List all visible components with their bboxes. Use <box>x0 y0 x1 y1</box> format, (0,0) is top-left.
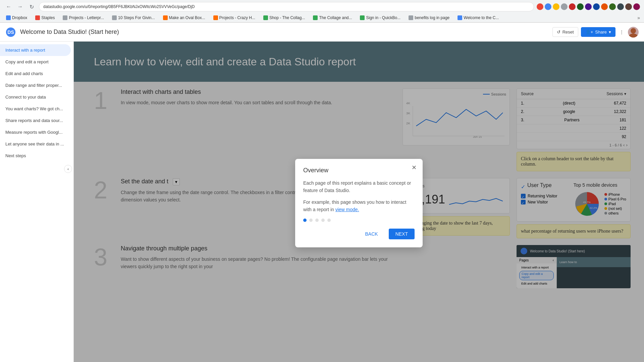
modal-dot-3 <box>315 219 319 222</box>
chrome-icon <box>537 3 543 10</box>
content-area: Learn how to view, edit and create a Dat… <box>74 42 644 362</box>
ext-icon-1 <box>569 3 576 10</box>
bookmark-staples[interactable]: Staples <box>33 15 57 21</box>
modal-body-2: For example, this page shows you how to … <box>303 198 415 214</box>
modal-dot-2 <box>309 219 313 222</box>
crazy-icon <box>213 15 218 20</box>
sidebar-item-label: You want charts? We got ch... <box>5 106 63 111</box>
ext-icon-8 <box>625 3 632 10</box>
svg-point-3 <box>629 34 638 38</box>
ext-icon-6 <box>609 3 616 10</box>
bookmarks-bar: Dropbox Staples Projects - Letterpr... 1… <box>0 13 644 22</box>
bookmark-collage[interactable]: The Collage and... <box>311 15 354 21</box>
bookmark-10steps[interactable]: 10 Steps For Givin... <box>110 15 157 21</box>
bookmark-dropbox[interactable]: Dropbox <box>4 15 29 21</box>
svg-point-2 <box>631 28 636 34</box>
sidebar-collapse-button[interactable]: ‹ <box>64 165 72 173</box>
ext-icon-3 <box>585 3 592 10</box>
star-icon <box>553 3 559 10</box>
modal-dots <box>303 219 415 222</box>
10steps-icon <box>112 15 117 20</box>
reset-button[interactable]: ↺ Reset <box>552 27 578 37</box>
bookmarks-more[interactable]: » <box>637 15 640 20</box>
modal-view-mode-link[interactable]: view mode. <box>335 207 359 212</box>
data-studio-logo: DS <box>5 27 16 38</box>
sidebar: Interact with a report Copy and edit a r… <box>0 42 74 362</box>
sidebar-item-next[interactable]: Next steps <box>0 150 71 162</box>
sidebar-item-label: Share reports and data sour... <box>5 118 63 123</box>
bookmark-oval[interactable]: Make an Oval Box... <box>161 15 207 21</box>
modal-body-1: Each page of this report explains a basi… <box>303 179 415 194</box>
app-header: DS Welcome to Data Studio! (Start here) … <box>0 23 644 42</box>
sidebar-item-anyone[interactable]: Let anyone see their data in ... <box>0 138 71 150</box>
quickbo-icon <box>360 15 365 20</box>
sidebar-item-share[interactable]: Share reports and data sour... <box>0 115 71 126</box>
bookmark-label: Staples <box>41 15 55 20</box>
url-bar[interactable]: datastudio.google.com/u/0/reporting/0B5F… <box>39 2 534 11</box>
modal-overlay[interactable]: Overview ✕ Each page of this report expl… <box>74 42 644 362</box>
bookmark-label: Dropbox <box>12 15 27 20</box>
back-button[interactable]: ← <box>4 2 13 11</box>
modal-close-button[interactable]: ✕ <box>409 163 419 172</box>
profile-icon[interactable] <box>633 3 640 10</box>
letterpr-icon <box>63 15 67 20</box>
benefits-icon <box>409 15 413 20</box>
oval-icon <box>163 15 168 20</box>
reset-icon: ↺ <box>557 29 560 35</box>
ext-icon-5 <box>601 3 608 10</box>
share-label: Share <box>595 29 607 35</box>
bookmark-label: Sign in - QuickBo... <box>366 15 400 20</box>
sidebar-item-date[interactable]: Date range and filter proper... <box>0 79 71 91</box>
bookmark-label: Projects - Letterpr... <box>69 15 104 20</box>
bookmark-shop-collage[interactable]: Shop - The Collag... <box>261 15 307 21</box>
ext-icon-4 <box>593 3 600 10</box>
forward-button[interactable]: → <box>15 2 25 11</box>
nav-buttons: ← → ↻ <box>4 2 36 11</box>
sidebar-item-interact[interactable]: Interact with a report <box>0 44 71 56</box>
bookmark-label: The Collage and... <box>319 15 352 20</box>
shop-collage-icon <box>263 15 268 20</box>
bookmark-label: Shop - The Collag... <box>269 15 305 20</box>
modal-dot-1 <box>303 219 307 222</box>
bookmark-label: 10 Steps For Givin... <box>118 15 155 20</box>
share-button[interactable]: 👤+ Share ▾ <box>581 27 615 37</box>
bookmark-projects-letter[interactable]: Projects - Letterpr... <box>61 15 106 21</box>
reset-label: Reset <box>562 29 574 35</box>
bookmark-quickbo[interactable]: Sign in - QuickBo... <box>358 15 402 21</box>
sidebar-item-label: Measure reports with Googl... <box>5 130 63 135</box>
sidebar-item-measure[interactable]: Measure reports with Googl... <box>0 126 71 138</box>
sidebar-item-copy[interactable]: Copy and edit a report <box>0 56 71 68</box>
browser-chrome: ← → ↻ datastudio.google.com/u/0/reportin… <box>0 0 644 23</box>
sidebar-item-edit[interactable]: Edit and add charts <box>0 68 71 79</box>
bookmark-label: benefits log in page <box>415 15 449 20</box>
dropbox-icon <box>6 15 11 20</box>
sidebar-item-label: Connect to your data <box>5 95 46 100</box>
modal-dot-5 <box>327 219 331 222</box>
bookmark-label: Projects - Crazy H... <box>219 15 255 20</box>
share-chevron-icon: ▾ <box>609 29 611 35</box>
sidebar-item-label: Interact with a report <box>5 48 45 53</box>
bookmark-benefits[interactable]: benefits log in page <box>407 15 451 21</box>
main-layout: Interact with a report Copy and edit a r… <box>0 42 644 362</box>
modal-title: Overview <box>303 167 415 174</box>
bookmark-icon <box>545 3 551 10</box>
sidebar-item-charts[interactable]: You want charts? We got ch... <box>0 103 71 115</box>
url-text: datastudio.google.com/u/0/reporting/0B5F… <box>43 4 195 9</box>
browser-icons <box>537 3 640 10</box>
bookmark-projects-crazy[interactable]: Projects - Crazy H... <box>211 15 257 21</box>
bookmark-label: Make an Oval Box... <box>169 15 205 20</box>
avatar[interactable] <box>628 27 639 38</box>
sidebar-collapse-area: ‹ <box>0 162 73 176</box>
bookmark-welcome-c[interactable]: Welcome to the C... <box>455 15 501 21</box>
sidebar-item-label: Let anyone see their data in ... <box>5 141 64 146</box>
reload-button[interactable]: ↻ <box>27 2 36 11</box>
sidebar-item-connect[interactable]: Connect to your data <box>0 91 71 103</box>
modal-back-button[interactable]: BACK <box>359 229 385 239</box>
address-bar: ← → ↻ datastudio.google.com/u/0/reportin… <box>0 0 644 13</box>
collage-icon <box>313 15 318 20</box>
ext-icon-7 <box>617 3 624 10</box>
bookmark-label: Welcome to the C... <box>464 15 499 20</box>
modal-next-button[interactable]: NEXT <box>389 229 415 239</box>
more-options-button[interactable]: ⋮ <box>618 28 625 36</box>
sidebar-item-label: Edit and add charts <box>5 71 43 76</box>
